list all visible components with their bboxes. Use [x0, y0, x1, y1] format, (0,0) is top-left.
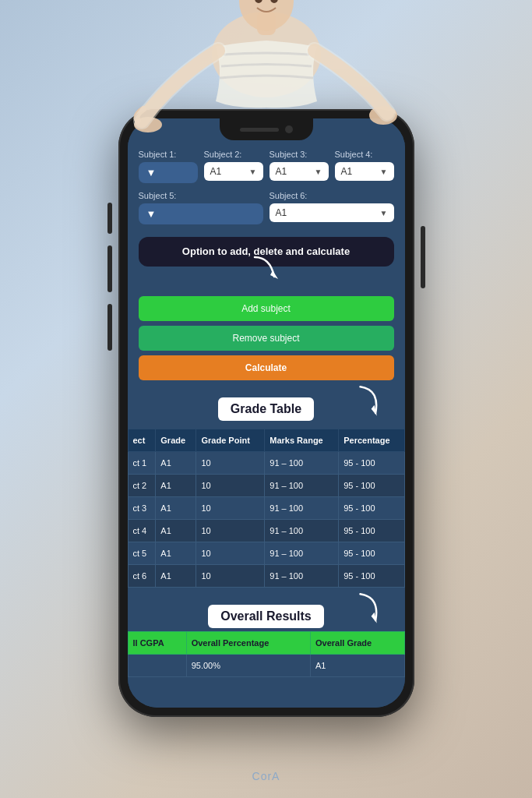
- dropdown-arrow-6: ▼: [380, 209, 388, 217]
- cell-grade: A1: [156, 452, 196, 475]
- subject-6-label: Subject 6:: [270, 191, 394, 200]
- cell-percentage: 95 - 100: [339, 565, 404, 588]
- subject-1-dropdown[interactable]: ▼: [139, 162, 198, 183]
- cell-cgpa: [128, 655, 186, 677]
- grade-table-row: ct 6 A1 10 91 – 100 95 - 100: [128, 565, 404, 588]
- speaker-icon: [240, 128, 279, 132]
- brand-label: CorA: [252, 770, 280, 782]
- subject-group-5: Subject 5: ▼: [139, 191, 263, 224]
- tooltip-bubble: Option to add, delete and calculate: [139, 237, 394, 267]
- overall-table-header-row: ll CGPA Overall Percentage Overall Grade: [128, 632, 404, 655]
- remove-subject-button[interactable]: Remove subject: [139, 326, 394, 351]
- tooltip-arrow-icon: [251, 253, 282, 288]
- subject-5-value: ▼: [146, 208, 157, 220]
- overall-col-percentage: Overall Percentage: [186, 632, 310, 655]
- subject-2-dropdown[interactable]: A1 ▼: [204, 162, 263, 181]
- subjects-row-2: Subject 5: ▼ Subject 6: A1 ▼: [139, 191, 394, 224]
- cell-percentage: 95 - 100: [339, 475, 404, 497]
- subjects-row-1: Subject 1: ▼ Subject 2: A1 ▼: [139, 150, 394, 183]
- subject-group-1: Subject 1: ▼: [139, 150, 198, 183]
- cell-subject: ct 6: [128, 565, 156, 588]
- col-grade: Grade: [156, 429, 196, 452]
- cell-grade: A1: [156, 497, 196, 520]
- cell-marks-range: 91 – 100: [265, 452, 339, 475]
- svg-rect-4: [257, 12, 276, 35]
- cell-subject: ct 3: [128, 497, 156, 520]
- col-grade-point: Grade Point: [196, 429, 265, 452]
- svg-point-5: [239, 0, 294, 31]
- grade-table-row: ct 4 A1 10 91 – 100 95 - 100: [128, 520, 404, 542]
- cell-percentage: 95 - 100: [339, 497, 404, 520]
- subject-5-dropdown[interactable]: ▼: [139, 203, 263, 224]
- mute-button: [107, 203, 112, 234]
- subject-1-label: Subject 1:: [139, 150, 198, 159]
- subject-group-6: Subject 6: A1 ▼: [270, 191, 394, 224]
- subject-group-3: Subject 3: A1 ▼: [270, 150, 329, 183]
- col-percentage: Percentage: [339, 429, 404, 452]
- brand-text: CorA: [252, 770, 280, 782]
- grade-table-header-row: ect Grade Grade Point Marks Range Percen…: [128, 429, 404, 452]
- phone-screen[interactable]: Subject 1: ▼ Subject 2: A1 ▼: [128, 118, 405, 708]
- cell-grade-point: 10: [196, 475, 265, 497]
- subject-3-value: A1: [276, 166, 287, 177]
- subject-2-label: Subject 2:: [204, 150, 263, 159]
- cell-subject: ct 2: [128, 475, 156, 497]
- cell-percentage: 95 - 100: [339, 452, 404, 475]
- subject-4-label: Subject 4:: [335, 150, 394, 159]
- overall-results-section-header: Overall Results: [128, 588, 405, 631]
- dropdown-arrow-3: ▼: [315, 168, 322, 176]
- subject-3-dropdown[interactable]: A1 ▼: [270, 162, 329, 181]
- cell-grade: A1: [156, 565, 196, 588]
- col-marks-range: Marks Range: [265, 429, 339, 452]
- cell-overall-grade: A1: [311, 655, 404, 677]
- cell-grade: A1: [156, 475, 196, 497]
- power-button: [421, 226, 425, 288]
- action-buttons-section: Add subject Remove subject Calculate: [128, 296, 405, 380]
- svg-point-3: [212, 12, 321, 97]
- overall-col-cgpa: ll CGPA: [128, 632, 186, 655]
- svg-marker-1: [369, 404, 380, 416]
- subject-6-value: A1: [276, 207, 287, 218]
- overall-col-grade: Overall Grade: [311, 632, 404, 655]
- grade-table-title: Grade Table: [218, 397, 314, 421]
- subject-4-value: A1: [341, 166, 353, 177]
- cell-subject: ct 1: [128, 452, 156, 475]
- overall-table-row: 95.00% A1: [128, 655, 404, 677]
- add-subject-button[interactable]: Add subject: [139, 296, 394, 321]
- subjects-section: Subject 1: ▼ Subject 2: A1 ▼: [128, 142, 405, 237]
- cell-grade-point: 10: [196, 497, 265, 520]
- camera-icon: [285, 125, 293, 133]
- cell-subject: ct 4: [128, 520, 156, 542]
- grade-table-row: ct 3 A1 10 91 – 100 95 - 100: [128, 497, 404, 520]
- cell-percentage: 95 - 100: [339, 520, 404, 542]
- cell-marks-range: 91 – 100: [265, 542, 339, 565]
- grade-table-arrow-icon: [344, 378, 395, 433]
- cell-percentage: 95 - 100: [339, 542, 404, 565]
- grade-table: ect Grade Grade Point Marks Range Percen…: [128, 429, 405, 588]
- cell-subject: ct 5: [128, 542, 156, 565]
- svg-point-7: [270, 0, 278, 3]
- subject-3-label: Subject 3:: [270, 150, 329, 159]
- cell-marks-range: 91 – 100: [265, 565, 339, 588]
- cell-grade-point: 10: [196, 542, 265, 565]
- subject-4-dropdown[interactable]: A1 ▼: [335, 162, 394, 181]
- svg-point-6: [255, 0, 262, 3]
- volume-up-button: [107, 245, 112, 292]
- cell-grade-point: 10: [196, 565, 265, 588]
- grade-table-row: ct 2 A1 10 91 – 100 95 - 100: [128, 475, 404, 497]
- cell-marks-range: 91 – 100: [265, 475, 339, 497]
- dropdown-arrow-4: ▼: [380, 168, 388, 176]
- cell-grade: A1: [156, 520, 196, 542]
- calculate-button[interactable]: Calculate: [139, 355, 394, 380]
- overall-results-section: ll CGPA Overall Percentage Overall Grade…: [128, 631, 405, 685]
- grade-table-section-header: Grade Table: [128, 380, 405, 424]
- cell-grade: A1: [156, 542, 196, 565]
- subject-1-value: ▼: [146, 167, 157, 178]
- phone-device: Subject 1: ▼ Subject 2: A1 ▼: [118, 109, 414, 717]
- svg-marker-0: [270, 270, 278, 279]
- overall-table: ll CGPA Overall Percentage Overall Grade…: [128, 631, 405, 677]
- subject-group-4: Subject 4: A1 ▼: [335, 150, 394, 183]
- cell-grade-point: 10: [196, 452, 265, 475]
- phone-notch: [220, 118, 313, 140]
- subject-6-dropdown[interactable]: A1 ▼: [270, 203, 394, 222]
